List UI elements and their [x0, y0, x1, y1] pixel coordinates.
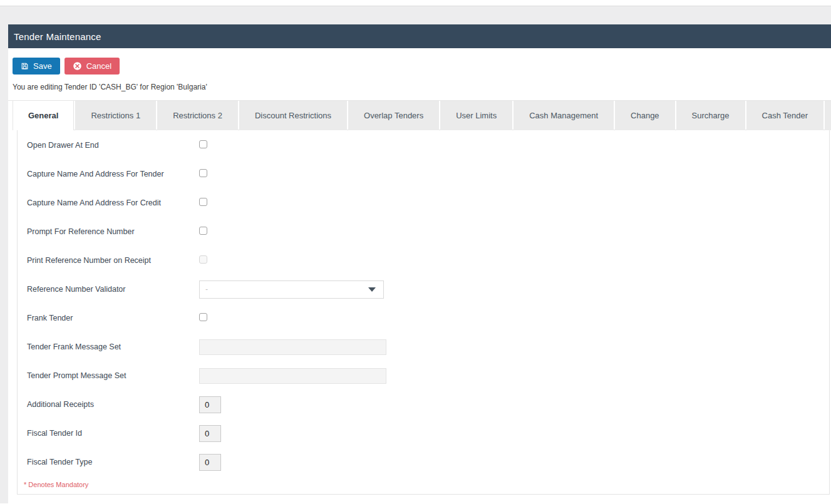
tab-content-panel: Open Drawer At EndCapture Name And Addre…	[17, 130, 830, 495]
tab-restrictions-1[interactable]: Restrictions 1	[75, 101, 156, 130]
form-row: Open Drawer At End	[27, 131, 829, 160]
cancel-icon	[73, 61, 82, 71]
tab-cash-management[interactable]: Cash Management	[514, 101, 614, 130]
form-row: Additional Receipts0	[27, 390, 829, 419]
form-row: Reference Number Validator-	[27, 275, 829, 304]
select-value: -	[205, 285, 208, 294]
tab-change[interactable]: Change	[615, 101, 675, 130]
general-tab-form: Open Drawer At EndCapture Name And Addre…	[27, 131, 829, 476]
additional-receipts-input[interactable]: 0	[199, 396, 221, 413]
field-control: 0	[199, 454, 221, 471]
chevron-down-icon	[368, 287, 376, 292]
tender-prompt-message-set-label: Tender Prompt Message Set	[27, 371, 199, 380]
open-drawer-at-end-label: Open Drawer At End	[27, 141, 199, 150]
form-row: Fiscal Tender Id0	[27, 419, 829, 448]
tab-overlap-tenders[interactable]: Overlap Tenders	[348, 101, 439, 130]
tab-general[interactable]: General	[13, 101, 74, 130]
form-row: Fiscal Tender Type0	[27, 448, 829, 476]
open-drawer-at-end-checkbox[interactable]	[199, 140, 207, 148]
form-row: Prompt For Reference Number	[27, 217, 829, 246]
form-row: Frank Tender	[27, 304, 829, 332]
reference-number-validator-select[interactable]: -	[199, 280, 384, 299]
cancel-button-label: Cancel	[86, 61, 111, 71]
tab-cash-tender[interactable]: Cash Tender	[746, 101, 823, 130]
card-body: Save Cancel You are editing Tender ID 'C…	[8, 48, 831, 91]
capture-name-and-address-for-tender-checkbox[interactable]	[199, 169, 207, 177]
capture-name-and-address-for-credit-label: Capture Name And Address For Credit	[27, 198, 199, 207]
field-control	[199, 168, 207, 180]
frank-tender-label: Frank Tender	[27, 314, 199, 322]
tender-maintenance-card: Tender Maintenance Save	[8, 24, 831, 503]
field-control: 0	[199, 396, 221, 413]
frank-tender-checkbox[interactable]	[199, 313, 207, 321]
cancel-button[interactable]: Cancel	[65, 58, 120, 75]
field-control: -	[199, 280, 384, 299]
tender-prompt-message-set-input	[199, 368, 386, 384]
print-reference-number-on-receipt-label: Print Reference Number on Receipt	[27, 256, 199, 265]
editing-note: You are editing Tender ID 'CASH_BG' for …	[13, 83, 831, 91]
field-control	[199, 140, 207, 151]
tender-frank-message-set-input	[199, 339, 386, 355]
tab-user-limits[interactable]: User Limits	[440, 101, 512, 130]
field-control	[199, 255, 207, 266]
fiscal-tender-id-label: Fiscal Tender Id	[27, 429, 199, 438]
form-row: Capture Name And Address For Tender	[27, 160, 829, 188]
form-row: Print Reference Number on Receipt	[27, 246, 829, 275]
prompt-for-reference-number-checkbox[interactable]	[199, 227, 207, 235]
form-row: Tender Prompt Message Set	[27, 361, 829, 390]
field-control	[199, 312, 207, 324]
prompt-for-reference-number-label: Prompt For Reference Number	[27, 227, 199, 236]
capture-name-and-address-for-credit-checkbox[interactable]	[199, 198, 207, 206]
tab-attributes[interactable]: Attributes	[825, 101, 831, 130]
page-background: Tender Maintenance Save	[0, 6, 831, 503]
page-header: Tender Maintenance	[8, 24, 831, 48]
tab-strip: GeneralRestrictions 1Restrictions 2Disco…	[8, 100, 831, 495]
reference-number-validator-label: Reference Number Validator	[27, 285, 199, 294]
tab-bar: GeneralRestrictions 1Restrictions 2Disco…	[13, 101, 831, 130]
page-title: Tender Maintenance	[14, 31, 101, 42]
fiscal-tender-type-label: Fiscal Tender Type	[27, 458, 199, 466]
print-reference-number-on-receipt-checkbox	[199, 255, 207, 264]
field-control	[199, 226, 207, 237]
top-bar	[0, 0, 831, 6]
form-row: Tender Frank Message Set	[27, 332, 829, 361]
tab-discount-restrictions[interactable]: Discount Restrictions	[239, 101, 347, 130]
save-button-label: Save	[33, 61, 52, 71]
fiscal-tender-id-input[interactable]: 0	[199, 425, 221, 442]
additional-receipts-label: Additional Receipts	[27, 400, 199, 409]
form-row: Capture Name And Address For Credit	[27, 188, 829, 217]
save-button[interactable]: Save	[13, 58, 60, 75]
field-control	[199, 339, 386, 355]
fiscal-tender-type-input[interactable]: 0	[199, 454, 221, 471]
capture-name-and-address-for-tender-label: Capture Name And Address For Tender	[27, 170, 199, 178]
tab-restrictions-2[interactable]: Restrictions 2	[157, 101, 238, 130]
field-control	[199, 368, 386, 384]
field-control	[199, 197, 207, 208]
field-control: 0	[199, 425, 221, 442]
mandatory-footnote: * Denotes Mandatory	[24, 481, 829, 488]
toolbar: Save Cancel	[13, 58, 831, 75]
tender-frank-message-set-label: Tender Frank Message Set	[27, 342, 199, 351]
save-icon	[21, 62, 29, 70]
tab-surcharge[interactable]: Surcharge	[676, 101, 745, 130]
